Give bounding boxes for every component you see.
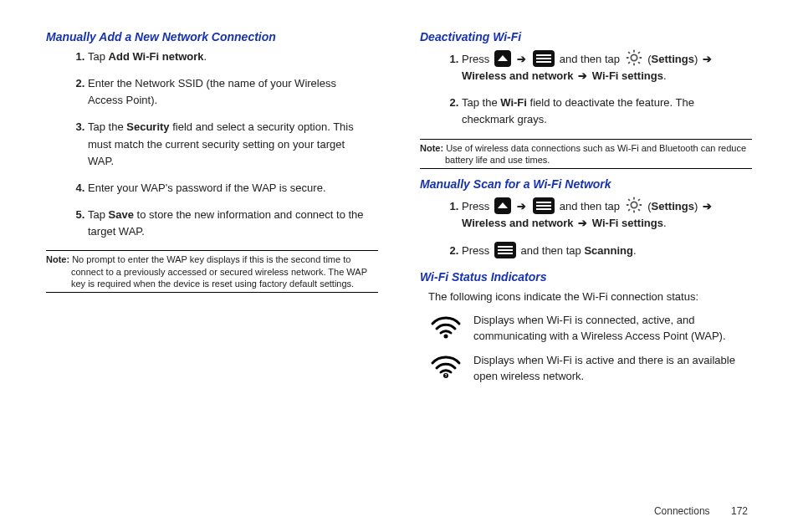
- text: ): [694, 200, 701, 212]
- bold-text: Wireless and network: [462, 217, 574, 229]
- bold-text: Security: [126, 120, 169, 133]
- bold-text: Scanning: [584, 244, 633, 257]
- text: Press: [462, 53, 493, 65]
- bold-text: Wi-Fi settings: [592, 69, 663, 82]
- note-wap-key: Note: No prompt to enter the WAP key dis…: [46, 250, 378, 293]
- svg-point-2: [444, 335, 448, 339]
- step-1: Press ➔ and then tap (Settings) ➔ Wirele…: [462, 196, 752, 232]
- text: and then tap: [560, 200, 623, 212]
- manual-add-steps: Tap Add Wi-Fi network. Enter the Network…: [46, 49, 378, 240]
- heading-manual-add: Manually Add a New Network Connection: [46, 30, 378, 43]
- arrow-icon: ➔: [578, 68, 587, 84]
- svg-point-1: [631, 202, 637, 207]
- text: Tap: [88, 50, 109, 63]
- right-column: Deactivating Wi-Fi Press ➔ and then tap …: [420, 25, 752, 532]
- text: .: [633, 244, 637, 257]
- note-body: No prompt to enter the WAP key displays …: [69, 254, 367, 289]
- text: .: [663, 69, 667, 82]
- svg-point-0: [631, 54, 637, 60]
- gear-icon: [625, 49, 643, 67]
- menu-icon: [533, 197, 555, 214]
- heading-deactivating: Deactivating Wi-Fi: [420, 30, 752, 43]
- note-body: Use of wireless data connections such as…: [443, 143, 746, 165]
- status-row-available: ? Displays when Wi-Fi is active and ther…: [428, 353, 752, 385]
- text: ): [694, 53, 701, 65]
- heading-manual-scan: Manually Scan for a Wi-Fi Network: [420, 177, 752, 191]
- deactivating-steps: Press ➔ and then tap (Settings) ➔ Wirele…: [420, 49, 752, 129]
- bold-text: Wireless and network: [462, 69, 574, 82]
- bold-text: Settings: [652, 53, 694, 65]
- bold-text: Add Wi-Fi network: [109, 50, 204, 63]
- arrow-icon: ➔: [703, 51, 712, 68]
- step-3: Tap the Security field and select a secu…: [88, 119, 378, 169]
- home-icon: [494, 50, 511, 67]
- page: Manually Add a New Network Connection Ta…: [0, 0, 798, 532]
- heading-status-indicators: Wi-Fi Status Indicators: [420, 270, 752, 284]
- step-1: Press ➔ and then tap (Settings) ➔ Wirele…: [462, 49, 752, 84]
- step-4: Enter your WAP's password if the WAP is …: [88, 180, 378, 197]
- home-icon: [494, 197, 511, 214]
- text: and then tap: [560, 53, 623, 65]
- step-5: Tap Save to store the new information an…: [88, 207, 378, 240]
- status-text: Displays when Wi-Fi is active and there …: [473, 353, 752, 385]
- status-text: Displays when Wi-Fi is connected, active…: [473, 313, 752, 345]
- note-battery: Note: Use of wireless data connections s…: [420, 139, 752, 170]
- step-2: Press and then tap Scanning.: [462, 242, 752, 259]
- status-intro: The following icons indicate the Wi-Fi c…: [428, 289, 752, 305]
- arrow-icon: ➔: [703, 198, 712, 215]
- text: Press: [462, 200, 493, 212]
- page-footer: Connections 172: [654, 505, 748, 517]
- arrow-icon: ➔: [578, 215, 587, 232]
- footer-section: Connections: [654, 505, 710, 517]
- text: and then tap: [520, 244, 584, 257]
- manual-scan-steps: Press ➔ and then tap (Settings) ➔ Wirele…: [420, 196, 752, 259]
- left-column: Manually Add a New Network Connection Ta…: [46, 25, 378, 532]
- step-2: Enter the Network SSID (the name of your…: [88, 75, 378, 109]
- note-label: Note:: [420, 143, 443, 153]
- text: Press: [462, 244, 493, 257]
- bold-text: Settings: [652, 200, 694, 212]
- svg-text:?: ?: [444, 373, 447, 378]
- wifi-connected-icon: [428, 313, 463, 340]
- note-label: Note:: [46, 254, 69, 264]
- arrow-icon: ➔: [517, 198, 526, 215]
- bold-text: Wi-Fi settings: [592, 217, 663, 229]
- bold-text: Wi-Fi: [500, 96, 527, 109]
- text: .: [663, 217, 667, 229]
- status-row-connected: Displays when Wi-Fi is connected, active…: [428, 313, 752, 345]
- footer-page-number: 172: [731, 505, 748, 517]
- text: Tap the: [88, 120, 126, 133]
- text: Tap: [88, 208, 109, 221]
- arrow-icon: ➔: [517, 51, 526, 68]
- menu-icon: [533, 50, 555, 67]
- gear-icon: [625, 196, 643, 214]
- bold-text: Save: [109, 208, 134, 221]
- text: .: [204, 50, 207, 63]
- menu-icon: [494, 242, 516, 258]
- step-1: Tap Add Wi-Fi network.: [88, 49, 378, 65]
- step-2: Tap the Wi-Fi field to deactivate the fe…: [462, 95, 752, 128]
- wifi-available-icon: ?: [428, 353, 463, 380]
- text: Tap the: [462, 96, 500, 109]
